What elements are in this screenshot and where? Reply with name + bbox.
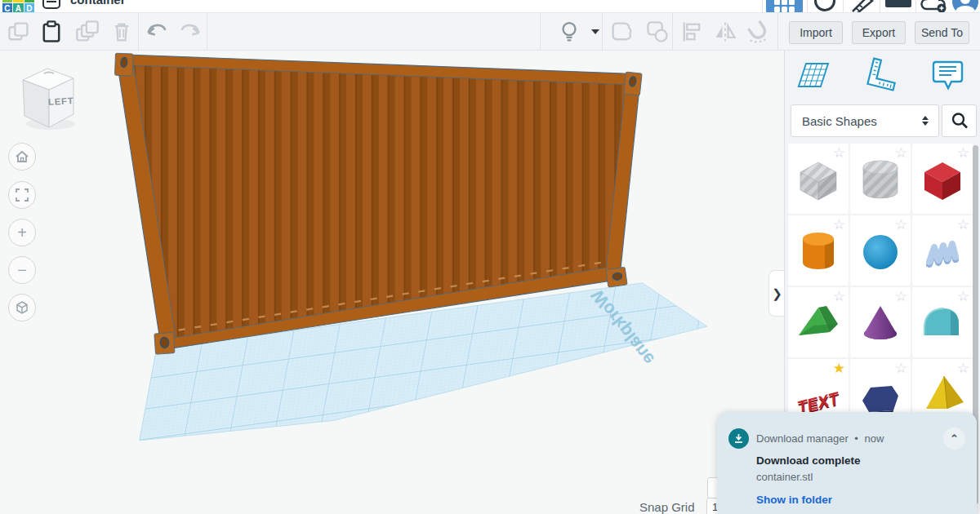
- favorite-star-icon[interactable]: ☆: [895, 360, 907, 377]
- workplane-tool-icon[interactable]: [795, 57, 834, 95]
- shape-tile-roof[interactable]: ☆: [788, 287, 849, 357]
- favorite-star-icon[interactable]: ☆: [895, 144, 907, 162]
- divider: [540, 13, 541, 51]
- shape-gallery: ☆ ☆ ☆ ☆: [788, 144, 975, 429]
- logo-tile: K: [2, 0, 13, 2]
- pencil-tool-icon[interactable]: [849, 0, 875, 13]
- shape-tile-sphere[interactable]: ☆: [850, 215, 911, 286]
- favorite-star-icon[interactable]: ☆: [895, 288, 907, 305]
- logo-tile: C: [2, 3, 13, 13]
- lightbulb-dropdown-caret[interactable]: [583, 20, 608, 44]
- copy-icon[interactable]: [7, 20, 31, 44]
- view-cube[interactable]: LEFT: [15, 60, 80, 135]
- favorite-star-icon[interactable]: ☆: [957, 288, 969, 305]
- logo-tile: D: [24, 3, 35, 13]
- home-view-button[interactable]: [8, 143, 36, 171]
- notes-tool-icon[interactable]: [929, 57, 968, 95]
- divider: [207, 13, 207, 51]
- notification-filename: container.stl: [756, 471, 813, 483]
- codeblocks-icon[interactable]: [885, 0, 911, 7]
- select-updown-icon: [922, 116, 929, 126]
- paste-icon[interactable]: [39, 20, 64, 44]
- divider: [762, 0, 763, 13]
- logo-tile: E: [13, 0, 24, 2]
- scene-3d: Workplane: [0, 51, 784, 514]
- view-cube-face-label: LEFT: [48, 95, 74, 107]
- search-icon: [951, 112, 969, 130]
- download-notification[interactable]: Download manager • now ⌃ Download comple…: [717, 412, 977, 514]
- viewport-3d[interactable]: Workplane LE: [0, 51, 784, 514]
- dashboard-grid-icon[interactable]: [766, 0, 803, 13]
- fit-view-button[interactable]: [8, 181, 36, 209]
- group-icon[interactable]: [609, 20, 634, 44]
- ruler-tool-icon[interactable]: [862, 57, 901, 95]
- favorite-star-icon[interactable]: ☆: [833, 144, 845, 162]
- send-to-button[interactable]: Send To: [915, 21, 969, 44]
- panel-collapse-handle[interactable]: ❯: [768, 270, 785, 317]
- favorite-star-icon[interactable]: ☆: [833, 216, 845, 233]
- divider: [138, 13, 139, 51]
- shape-tile-box[interactable]: ☆: [912, 144, 973, 214]
- logo-tile: R: [24, 0, 35, 2]
- snap-grid-label: Snap Grid: [639, 500, 695, 514]
- shape-tile-cone[interactable]: ☆: [850, 287, 911, 357]
- shape-tile-box-hole[interactable]: ☆: [788, 144, 849, 214]
- download-icon: [728, 428, 749, 449]
- shape-tile-cylinder[interactable]: ☆: [788, 215, 849, 286]
- favorite-star-icon[interactable]: ★: [833, 360, 845, 377]
- favorite-star-icon[interactable]: ☆: [895, 216, 907, 233]
- favorite-star-icon[interactable]: ☆: [957, 216, 969, 233]
- divider: [777, 13, 778, 51]
- cloud-add-icon[interactable]: [920, 0, 949, 13]
- divider: [915, 0, 916, 13]
- divider: [843, 0, 844, 13]
- duplicate-icon[interactable]: [75, 20, 100, 44]
- divider: [807, 0, 808, 13]
- perspective-toggle-button[interactable]: [8, 294, 36, 321]
- design-properties-icon[interactable]: [42, 0, 60, 9]
- show-all-lightbulb-icon[interactable]: [557, 20, 581, 44]
- import-button[interactable]: Import: [789, 21, 843, 44]
- delete-icon[interactable]: [109, 20, 134, 44]
- shape-category-select[interactable]: Basic Shapes: [791, 104, 939, 137]
- notification-collapse-button[interactable]: ⌃: [943, 428, 965, 450]
- divider: [602, 13, 603, 51]
- toolbar: Import Export Send To: [0, 13, 980, 51]
- divider: [672, 13, 673, 51]
- user-avatar[interactable]: [952, 0, 978, 13]
- shape-category-value: Basic Shapes: [802, 114, 877, 128]
- divider: [880, 0, 880, 13]
- mirror-icon[interactable]: [713, 20, 737, 44]
- export-button[interactable]: Export: [852, 21, 906, 44]
- zoom-in-button[interactable]: +: [8, 219, 36, 246]
- favorite-star-icon[interactable]: ☆: [833, 288, 845, 305]
- shape-tile-cylinder-hole[interactable]: ☆: [850, 144, 911, 214]
- design-title[interactable]: container: [70, 0, 126, 7]
- ring-icon[interactable]: [814, 0, 835, 11]
- redo-icon[interactable]: [178, 20, 203, 44]
- favorite-star-icon[interactable]: ☆: [957, 144, 969, 162]
- notification-title: Download complete: [756, 454, 861, 467]
- shape-tile-round-roof[interactable]: ☆: [912, 287, 973, 357]
- undo-icon[interactable]: [145, 20, 169, 44]
- ungroup-icon[interactable]: [645, 20, 670, 44]
- header-bar: K E R C A D container: [0, 0, 980, 13]
- search-shapes-button[interactable]: [942, 104, 977, 137]
- align-icon[interactable]: [679, 20, 704, 44]
- show-in-folder-link[interactable]: Show in folder: [756, 494, 832, 506]
- zoom-out-button[interactable]: −: [8, 256, 36, 284]
- tinkercad-logo[interactable]: K E R C A D: [2, 0, 35, 13]
- snap-magnet-icon[interactable]: [746, 20, 771, 44]
- logo-tile: A: [13, 3, 24, 13]
- shape-tile-scribble[interactable]: ☆: [912, 215, 973, 286]
- favorite-star-icon[interactable]: ☆: [957, 360, 969, 377]
- notification-source: Download manager • now: [756, 432, 884, 445]
